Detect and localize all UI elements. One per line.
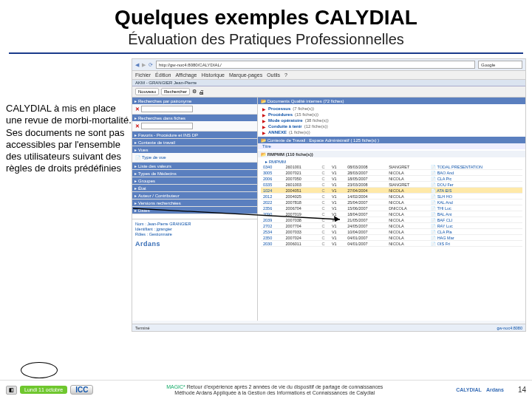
table-row[interactable]: 27022007704CV124/05/2007NICOLA📄 RAY Luc [261, 223, 522, 229]
new-button[interactable]: Nouveau [135, 88, 159, 95]
panel-auteur[interactable]: ▸Auteur / Contributeur [132, 192, 257, 199]
tab-bar: AKM - GRANGIER Jean-Pierre [132, 80, 525, 86]
small-logo: ◧ [6, 386, 17, 395]
panel-dates[interactable]: ▸Dates [132, 207, 257, 214]
page-number: 14 [508, 386, 526, 394]
table-row[interactable]: 20122004025CV114/02/2004NICOLA📄 SLH HO [261, 194, 522, 200]
triangle-icon: ▶ [262, 124, 266, 129]
slide-subtitle: Évaluation des Pratiques Professionnelle… [0, 31, 532, 48]
icc-logo: ICC [70, 385, 93, 395]
fiches-input[interactable] [141, 123, 193, 129]
triangle-icon: ▶ [262, 130, 266, 135]
browser-nav-bar: ◀ ▶ ⟳ http://gw-noc4:8080/CALYDIAL/ Goog… [132, 59, 525, 71]
browser-tab[interactable]: AKM - GRANGIER Jean-Pierre [135, 81, 197, 85]
panel-etat[interactable]: ▸État [132, 185, 257, 191]
rmm-subgroup[interactable]: ▸ RMPMM [258, 159, 525, 164]
menu-file[interactable]: Fichier [135, 72, 151, 78]
rmm-group[interactable]: 📂 RMPMM (110 fiche(s)) [258, 151, 525, 157]
doc-item[interactable]: ▶ Processus (7 fiche(s)) [262, 106, 521, 112]
triangle-icon: ▶ [262, 118, 266, 123]
calydial-logo: CALYDIAL [456, 387, 482, 392]
doc-item[interactable]: ▶ ANNEXE (1 fiche(s)) [262, 129, 521, 135]
panel-recherches-fiches[interactable]: ▸Recherches dans fiches [132, 115, 257, 121]
panel-versions[interactable]: ▸Versions recherchées [132, 200, 257, 206]
table-row[interactable]: 23502007024CV104/01/2007NICOLA📄 HAG Mar [261, 235, 522, 241]
back-icon[interactable]: ◀ [135, 62, 139, 68]
footer-text: MAGIC* Retour d'expérience après 2 année… [98, 384, 451, 395]
footer-date: Lundi 11 octobre [20, 386, 67, 394]
panel-vues[interactable]: ▸Vues [132, 146, 257, 153]
ardans-footer-logo: Ardans [486, 387, 504, 392]
screenshot-panel: ◀ ▶ ⟳ http://gw-noc4:8080/CALYDIAL/ Goog… [132, 58, 526, 332]
panel-recherches-patronyme[interactable]: ▸Recherches par patronyme [132, 98, 257, 104]
menu-view[interactable]: Affichage [175, 72, 197, 78]
triangle-icon: ▶ [262, 112, 266, 117]
slide-footer: ◧ Lundi 11 octobre ICC MAGIC* Retour d'e… [0, 380, 532, 399]
reload-icon[interactable]: ⟳ [149, 62, 153, 68]
search-button[interactable]: Rechercher [161, 88, 190, 95]
annotation-ellipse [21, 362, 58, 378]
table-row[interactable]: 20902007019CV118/04/2007NICOLA📄 BAL Ant [261, 211, 522, 217]
doc-item[interactable]: ▶ Mode opératoire (38 fiche(s)) [262, 117, 521, 123]
table-row[interactable]: 03402601001CV108/03/2008SIANGRET📄 TODAL … [261, 164, 522, 170]
table-row[interactable]: 30052007021CV128/03/2007NICOLA📄 BAO And [261, 170, 522, 176]
url-input[interactable]: http://gw-noc4:8080/CALYDIAL/ [156, 61, 475, 69]
app-toolbar: Nouveau Rechercher ⚙ 🖨 [132, 86, 525, 98]
id-roles: Rôles : Gestionnaire [135, 232, 254, 237]
identity-block: Nom : Jean-Pierre GRANGIER Identifiant :… [132, 219, 257, 251]
triangle-icon: ▶ [262, 106, 266, 112]
doc-list: ▶ Processus (7 fiche(s))▶ Procédures (15… [258, 104, 525, 137]
link-type-vue[interactable]: 📄 Type de vue [135, 154, 254, 160]
table-row[interactable]: 20222007818CV125/04/2007NICOLA📄 KAL And [261, 200, 522, 205]
panel-groupes[interactable]: ▸Groupes [132, 177, 257, 184]
panel-types-medecins[interactable]: ▸Types de Médecins [132, 170, 257, 177]
table-row[interactable]: 20392007038CV121/05/2007NICOLA📄 BAF CLI [261, 217, 522, 223]
ardans-logo: Ardans [135, 240, 254, 249]
search-input[interactable]: Google [478, 61, 522, 69]
doc-item[interactable]: ▶ Conduite à tenir (12 fiche(s)) [262, 123, 521, 129]
panel-liste-valeurs[interactable]: ▸Liste des valeurs [132, 163, 257, 169]
main-area: 📂 Documents Qualité internes (72 fiches)… [258, 98, 525, 321]
print-icon[interactable]: 🖨 [199, 89, 204, 95]
slide-title: Quelques exemples CALYDIAL [0, 0, 532, 30]
menu-help[interactable]: ? [284, 72, 287, 78]
annotation-text: CALYDIAL à mis en place une revue de mor… [6, 58, 132, 332]
table-row[interactable]: 10242004051CV127/04/2004NICOLA📄 ATA EIS [261, 188, 522, 194]
file-table: 03402601001CV108/03/2008SIANGRET📄 TODAL … [261, 164, 522, 247]
patronyme-input[interactable] [141, 106, 193, 112]
docs-header: 📂 Documents Qualité internes (72 fiches) [258, 98, 525, 104]
clear-icon[interactable]: ✕ [135, 106, 140, 112]
menu-tools[interactable]: Outils [267, 72, 280, 78]
col-title[interactable]: Titre [258, 143, 525, 149]
clear-icon[interactable]: ✕ [135, 123, 140, 129]
menu-history[interactable]: Historique [201, 72, 225, 78]
context-header: 📂 Contexte de Travail : Espace Administr… [258, 137, 525, 143]
menu-edit[interactable]: Édition [155, 72, 171, 78]
panel-favoris[interactable]: ▸Favoris - Procédure et INS DP [132, 132, 257, 138]
doc-item[interactable]: ▶ Procédures (15 fiche(s)) [262, 112, 521, 117]
id-name: Nom : Jean-Pierre GRANGIER [135, 222, 254, 227]
table-row[interactable]: 20302006011CV104/01/2007NICOLA📄 OIS Fri [261, 241, 522, 247]
forward-icon[interactable]: ▶ [142, 62, 146, 68]
menu-bar: Fichier Édition Affichage Historique Mar… [132, 71, 525, 80]
id-ident: Identifiant : jgrangier [135, 227, 254, 232]
table-row[interactable]: 20062007050CV118/05/2007NICOLA📄 CLA Pic [261, 176, 522, 182]
sidebar: ▸Recherches par patronyme ✕ ▸Recherches … [132, 98, 258, 321]
table-row[interactable]: 23562006704CV115/06/2007DNICOLA📄 THI Luc [261, 205, 522, 211]
panel-contexte[interactable]: ▸Contexte de travail [132, 139, 257, 146]
table-row[interactable]: 03352601003CV123/03/2008SIANGRET📄 DOU Fe… [261, 182, 522, 188]
tool-icon[interactable]: ⚙ [192, 89, 197, 95]
table-row[interactable]: 25342007033CV110/04/2007NICOLA📄 CLA Pla [261, 229, 522, 235]
menu-bookmarks[interactable]: Marque-pages [229, 72, 262, 78]
